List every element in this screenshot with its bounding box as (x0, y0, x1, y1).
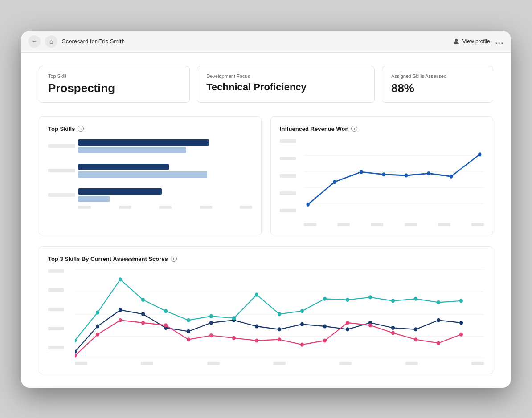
top-skill-card: Top Skill Prospecting (39, 66, 190, 103)
skills-trend-svg (75, 269, 484, 358)
x-tick-1 (78, 206, 91, 209)
trend-y-tick-3 (48, 308, 64, 311)
bar-row-3 (48, 188, 252, 202)
top-skill-value: Prospecting (48, 81, 180, 95)
skills-trend-area (75, 269, 484, 365)
trend-x-tick-5 (339, 362, 352, 365)
svg-point-33 (414, 327, 417, 331)
revenue-svg (304, 139, 484, 219)
svg-point-38 (119, 277, 122, 281)
svg-point-70 (437, 341, 440, 345)
bar-label-2 (48, 169, 75, 172)
device-frame: ← ⌂ Scorecard for Eric Smith View profil… (21, 31, 511, 388)
y-tick-5 (280, 209, 296, 212)
skills-assessed-value: 88% (391, 81, 484, 95)
svg-point-27 (278, 327, 281, 331)
svg-point-43 (232, 316, 236, 320)
svg-point-61 (232, 336, 236, 340)
browser-actions: View profile ... (453, 37, 504, 45)
svg-point-66 (346, 321, 349, 325)
svg-point-44 (255, 292, 258, 296)
stat-cards-container: Top Skill Prospecting Development Focus … (39, 66, 493, 103)
home-button[interactable]: ⌂ (45, 35, 57, 48)
revenue-info-icon[interactable]: i (351, 126, 357, 132)
top-skill-label: Top Skill (48, 73, 180, 79)
svg-point-5 (307, 202, 310, 206)
svg-point-24 (209, 321, 213, 325)
svg-point-52 (437, 300, 440, 304)
x-tick-4 (200, 206, 212, 209)
bar-label-3 (48, 193, 75, 197)
svg-point-53 (459, 299, 463, 303)
svg-point-23 (187, 329, 190, 333)
rev-x-tick-2 (337, 223, 350, 226)
svg-point-56 (119, 318, 122, 322)
svg-point-67 (368, 323, 372, 327)
bar-group-2 (78, 164, 252, 178)
svg-point-26 (255, 324, 258, 328)
svg-point-21 (141, 312, 145, 316)
skills-trend-info-icon[interactable]: i (171, 256, 177, 262)
svg-point-42 (209, 314, 213, 318)
view-profile-button[interactable]: View profile (453, 38, 490, 45)
skills-trend-chart: Top 3 Skills By Current Assessment Score… (39, 246, 493, 374)
svg-point-46 (300, 309, 304, 313)
x-tick-5 (240, 206, 252, 209)
svg-point-65 (323, 338, 327, 342)
dev-focus-card: Development Focus Technical Proficiency (197, 66, 375, 103)
svg-point-39 (141, 298, 145, 302)
svg-point-47 (323, 296, 327, 300)
dev-focus-value: Technical Proficiency (206, 81, 365, 93)
top-skills-chart: Top Skills i (39, 116, 262, 235)
svg-point-48 (346, 298, 349, 302)
trend-x-tick-7 (471, 362, 484, 365)
skills-assessed-card: Assigned Skills Assessed 88% (382, 66, 493, 103)
home-icon: ⌂ (49, 38, 53, 45)
svg-point-64 (300, 342, 304, 346)
trend-y-tick-4 (48, 327, 64, 330)
svg-point-68 (391, 331, 395, 335)
svg-point-29 (323, 324, 327, 328)
svg-point-32 (391, 325, 395, 329)
y-tick-4 (280, 191, 296, 195)
trend-x-tick-2 (141, 362, 153, 365)
bar-light-1 (78, 147, 186, 153)
svg-point-62 (255, 338, 258, 342)
trend-y-tick-2 (48, 288, 64, 292)
bar-x-axis (48, 206, 252, 209)
back-icon: ← (31, 38, 37, 45)
revenue-title: Influenced Revenue Won i (280, 126, 484, 132)
svg-point-69 (414, 337, 417, 341)
back-button[interactable]: ← (28, 35, 41, 48)
skills-trend-title: Top 3 Skills By Current Assessment Score… (48, 256, 484, 262)
svg-point-37 (96, 310, 99, 314)
rev-x-tick-1 (304, 223, 316, 226)
bar-dark-1 (78, 139, 209, 146)
svg-point-58 (164, 323, 168, 327)
svg-point-11 (450, 174, 453, 178)
user-icon (453, 38, 460, 45)
trend-x-tick-6 (405, 362, 418, 365)
charts-grid: Top Skills i (39, 116, 493, 235)
svg-point-71 (459, 332, 463, 336)
page-content: Top Skill Prospecting Development Focus … (21, 53, 511, 388)
bar-light-2 (78, 171, 207, 178)
trend-x-tick-3 (207, 362, 220, 365)
y-tick-2 (280, 157, 296, 160)
top-skills-info-icon[interactable]: i (78, 126, 84, 132)
rev-x-tick-6 (471, 223, 484, 226)
x-tick-3 (159, 206, 172, 209)
svg-point-9 (405, 173, 408, 177)
skills-trend-inner (48, 269, 484, 365)
bar-row-2 (48, 164, 252, 178)
y-tick-3 (280, 174, 296, 178)
svg-point-19 (96, 324, 99, 328)
svg-point-40 (164, 309, 168, 313)
bar-group-3 (78, 188, 252, 202)
rev-x-tick-3 (371, 223, 383, 226)
svg-point-7 (360, 170, 363, 174)
svg-point-49 (368, 295, 372, 299)
svg-point-10 (427, 171, 430, 175)
dev-focus-label: Development Focus (206, 73, 365, 79)
more-options-button[interactable]: ... (495, 37, 504, 45)
